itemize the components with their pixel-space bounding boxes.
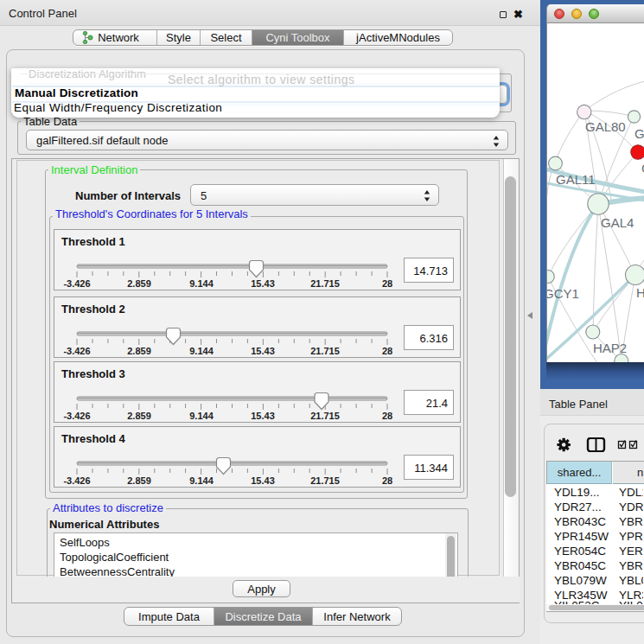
svg-text:G: G: [634, 126, 644, 141]
svg-text:H: H: [636, 285, 644, 300]
svg-text:GAL11: GAL11: [556, 172, 596, 187]
svg-text:HAP2: HAP2: [593, 341, 627, 355]
svg-text:GCY1: GCY1: [547, 286, 579, 301]
svg-text:GAL80: GAL80: [585, 119, 626, 134]
svg-text:GAL4: GAL4: [601, 215, 634, 230]
